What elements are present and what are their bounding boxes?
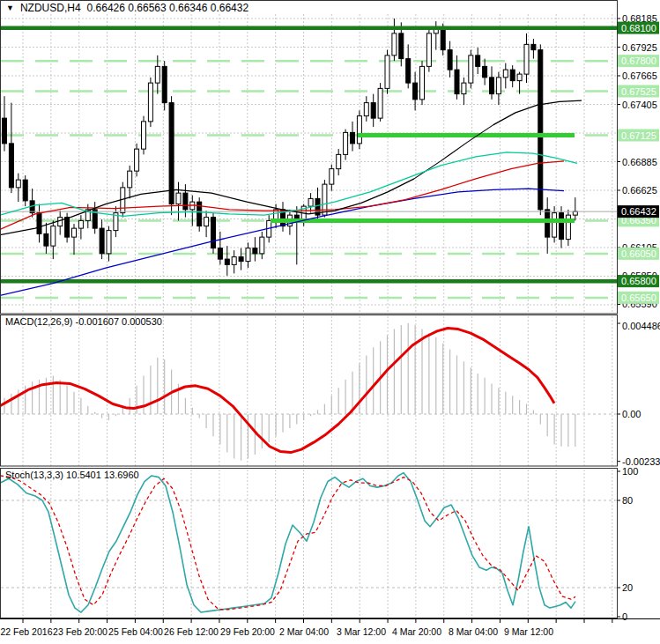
candle-bull <box>148 83 152 122</box>
candle-bear <box>65 218 70 238</box>
candle-bear <box>3 118 7 144</box>
candle-bull <box>260 237 264 254</box>
candle-bull <box>420 66 425 100</box>
price-badge-label: 0.68100 <box>621 23 656 33</box>
candle-bear <box>455 70 459 94</box>
candle-bear <box>476 56 480 67</box>
candle-bear <box>44 233 48 246</box>
candle-bear <box>490 78 494 94</box>
candle-bear <box>510 70 515 81</box>
candle-bull <box>517 74 522 81</box>
candle-bear <box>399 33 404 59</box>
candle-bear <box>441 28 445 50</box>
candle-bull <box>16 180 20 188</box>
time-axis-label: 22 Feb 2016 <box>1 626 53 637</box>
stoch-k-line <box>0 473 575 612</box>
candle-bear <box>37 213 41 234</box>
stoch-axis-label: 100 <box>622 466 638 477</box>
candle-bear <box>239 257 243 262</box>
price-badge-label: 0.66050 <box>621 248 656 259</box>
candle-bull <box>385 56 389 89</box>
stoch-axis-label: 0 <box>622 611 627 622</box>
candle-bear <box>413 83 418 100</box>
candle-bull <box>51 226 56 247</box>
candle-bull <box>204 218 209 226</box>
candle-bull <box>573 211 577 215</box>
candle-bull <box>128 171 132 188</box>
candle-bull <box>426 33 431 67</box>
candle-bull <box>78 220 83 228</box>
candle-bull <box>246 248 250 262</box>
macd-axis-label: 0.004486 <box>622 321 660 331</box>
candle-bull <box>462 83 466 94</box>
candle-bear <box>351 132 355 144</box>
candle-bull <box>232 257 236 265</box>
price-tick-label: 0.67925 <box>622 42 657 53</box>
candle-bull <box>176 193 181 204</box>
trading-chart-window: 0.681850.679250.676650.674050.668850.666… <box>0 0 660 644</box>
candle-bull <box>469 56 473 83</box>
price-badge-label: 0.67125 <box>621 130 656 141</box>
stoch-axis-label: 20 <box>622 582 633 593</box>
candle-bull <box>58 218 63 226</box>
time-axis-label: 26 Feb 12:00 <box>164 626 219 637</box>
price-axis[interactable]: 0.681850.679250.676650.674050.668850.666… <box>617 13 660 622</box>
price-badge-label: 0.65800 <box>621 276 656 286</box>
time-axis-label: 25 Feb 04:00 <box>108 626 163 637</box>
candle-bull <box>392 33 397 56</box>
main-price-panel[interactable] <box>0 19 617 298</box>
candle-bear <box>162 66 167 102</box>
stoch-indicator-label: Stoch(13,3,3) 10.5401 13.6960 <box>5 470 139 480</box>
stochastic-panel[interactable] <box>0 473 617 612</box>
time-axis[interactable]: 22 Feb 201623 Feb 20:0025 Feb 04:0026 Fe… <box>0 619 660 638</box>
candle-bear <box>211 218 216 248</box>
candle-bear <box>253 248 257 254</box>
macd-axis-label: 0.00 <box>622 409 641 419</box>
time-axis-label: 8 Mar 04:00 <box>449 626 498 637</box>
time-axis-label: 9 Mar 12:00 <box>504 626 553 637</box>
price-tick-label: 0.67665 <box>622 70 657 81</box>
candle-bear <box>448 50 452 70</box>
candle-bull <box>135 149 139 171</box>
candle-bear <box>100 228 104 254</box>
candle-bull <box>337 154 341 168</box>
time-axis-label: 23 Feb 20:00 <box>53 626 108 637</box>
time-axis-label: 3 Mar 12:00 <box>337 626 386 637</box>
candle-bear <box>225 259 229 264</box>
macd-axis-label: -0.002338 <box>622 456 660 467</box>
candle-bull <box>330 169 334 185</box>
candle-bear <box>531 44 536 49</box>
price-badge-label: 0.65650 <box>621 292 656 303</box>
chevron-down-icon[interactable]: ▼ <box>6 3 14 13</box>
candle-bear <box>218 248 222 260</box>
candle-bull <box>496 78 501 94</box>
candle-bear <box>483 66 487 78</box>
candle-bear <box>183 193 188 210</box>
candle-bull <box>72 228 77 237</box>
time-axis-label: 29 Feb 20:00 <box>220 626 275 637</box>
price-badge-label: 0.67525 <box>621 86 656 97</box>
chart-title-bar: ▼ NZDUSD,H4 0.66426 0.66563 0.66346 0.66… <box>4 2 251 14</box>
candle-bear <box>560 213 564 240</box>
price-tick-label: 0.66625 <box>622 185 657 196</box>
candle-bear <box>406 59 411 84</box>
panel-borders <box>1 1 618 618</box>
candle-bull <box>378 88 382 118</box>
candle-bull <box>308 198 313 206</box>
stoch-axis-label: 80 <box>622 495 633 506</box>
price-tick-label: 0.67405 <box>622 100 657 110</box>
candle-bear <box>545 210 550 237</box>
candle-bear <box>9 144 13 188</box>
macd-panel[interactable] <box>0 323 617 461</box>
candle-bull <box>503 70 508 78</box>
candle-bull <box>357 116 361 144</box>
candle-bear <box>169 103 174 204</box>
price-tick-label: 0.66885 <box>622 157 657 167</box>
panel-border <box>1 315 618 467</box>
candle-bull <box>552 213 557 238</box>
candle-bull <box>364 103 368 116</box>
stoch-d-line <box>0 476 575 610</box>
macd-indicator-label: MACD(12,26,9) -0.001607 0.000530 <box>5 316 162 327</box>
candle-bear <box>23 180 27 201</box>
price-badge-label: 0.67800 <box>621 56 656 66</box>
